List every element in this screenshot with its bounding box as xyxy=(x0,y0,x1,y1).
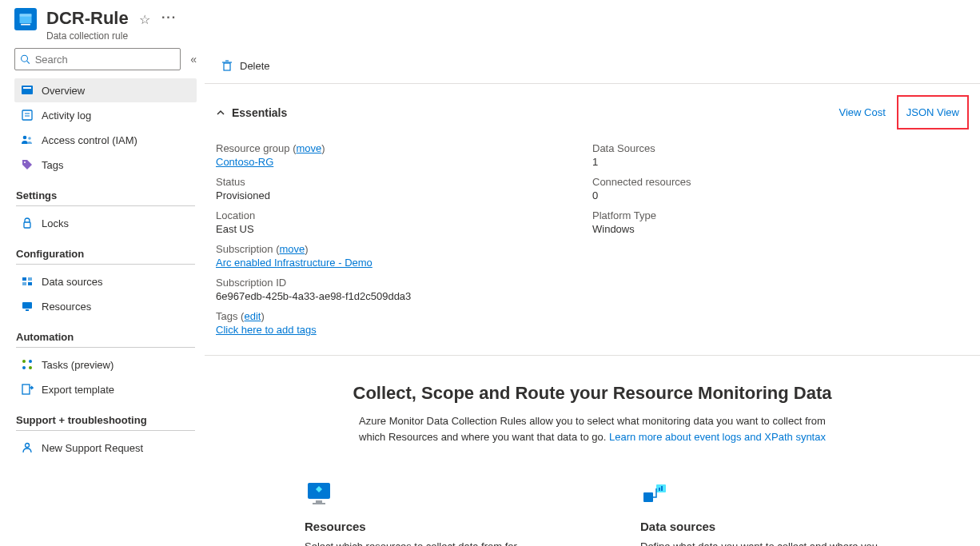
sidebar-item-resources[interactable]: Resources xyxy=(14,294,197,318)
data-sources-card[interactable]: Data sources Define what data you want t… xyxy=(640,480,880,546)
sidebar-item-activity-log[interactable]: Activity log xyxy=(14,103,197,127)
delete-button[interactable]: Delete xyxy=(216,56,275,75)
resources-icon xyxy=(21,300,34,313)
subscription-value-link[interactable]: Arc enabled Infrastructure - Demo xyxy=(216,257,372,269)
svg-point-21 xyxy=(22,366,26,369)
divider xyxy=(16,205,195,206)
connected-resources-value: 0 xyxy=(592,189,969,201)
page-header: DCR-Rule ☆ ··· Data collection rule xyxy=(0,0,980,48)
subscription-label: Subscription (move) xyxy=(216,243,592,255)
resource-icon xyxy=(14,8,37,30)
svg-point-20 xyxy=(29,360,32,363)
sidebar-item-new-support-request[interactable]: New Support Request xyxy=(14,436,197,460)
platform-type-label: Platform Type xyxy=(592,209,969,221)
resources-card[interactable]: Resources Select which resources to coll… xyxy=(305,480,544,546)
sidebar-group-settings: Settings xyxy=(16,189,197,201)
trash-icon xyxy=(221,59,233,72)
favorite-star-icon[interactable]: ☆ xyxy=(139,12,150,27)
view-cost-link[interactable]: View Cost xyxy=(839,106,885,118)
sidebar-item-locks[interactable]: Locks xyxy=(14,211,197,235)
hero-description: Azure Monitor Data Collection Rules allo… xyxy=(345,413,840,444)
page-title: DCR-Rule xyxy=(46,8,129,29)
sidebar-item-tasks[interactable]: Tasks (preview) xyxy=(14,353,197,377)
svg-rect-4 xyxy=(22,86,33,94)
svg-rect-6 xyxy=(22,110,32,120)
subscription-move-link[interactable]: move xyxy=(280,243,305,255)
essentials-label: Essentials xyxy=(232,106,287,119)
svg-rect-32 xyxy=(643,492,653,502)
tags-add-link[interactable]: Click here to add tags xyxy=(216,324,317,336)
hero-section: Collect, Scope and Route your Resource M… xyxy=(205,356,980,460)
more-menu-icon[interactable]: ··· xyxy=(161,10,177,25)
essentials-panel: Resource group (move) Contoso-RG Status … xyxy=(205,134,980,356)
essentials-toggle[interactable]: Essentials xyxy=(216,106,287,119)
svg-rect-5 xyxy=(23,87,31,89)
sidebar-item-label: New Support Request xyxy=(42,442,143,454)
data-sources-label: Data Sources xyxy=(592,142,969,154)
sidebar-item-label: Overview xyxy=(42,85,85,97)
resources-card-desc: Select which resources to collect data f… xyxy=(305,540,544,546)
data-sources-card-title: Data sources xyxy=(640,520,880,533)
hero-title: Collect, Scope and Route your Resource M… xyxy=(253,383,932,404)
tags-icon xyxy=(21,158,34,171)
export-template-icon xyxy=(21,383,34,396)
tags-label: Tags (edit) xyxy=(216,310,592,322)
platform-type-value: Windows xyxy=(592,223,969,235)
sidebar-item-access-control[interactable]: Access control (IAM) xyxy=(14,128,197,152)
svg-rect-1 xyxy=(20,14,32,16)
resource-group-value-link[interactable]: Contoso-RG xyxy=(216,156,273,168)
sidebar-item-export-template[interactable]: Export template xyxy=(14,377,197,401)
overview-icon xyxy=(21,84,34,97)
svg-rect-34 xyxy=(659,488,660,491)
sidebar-search[interactable] xyxy=(14,48,181,70)
svg-point-9 xyxy=(23,136,27,140)
sidebar-group-configuration: Configuration xyxy=(16,248,197,260)
svg-point-10 xyxy=(28,137,31,140)
sidebar-item-overview[interactable]: Overview xyxy=(14,78,197,102)
sidebar-item-data-sources[interactable]: Data sources xyxy=(14,269,197,293)
access-control-icon xyxy=(21,134,34,146)
divider xyxy=(16,347,195,348)
divider xyxy=(16,264,195,265)
data-sources-icon xyxy=(21,275,34,288)
json-view-link[interactable]: JSON View xyxy=(906,106,959,118)
resource-group-move-link[interactable]: move xyxy=(296,142,321,154)
svg-rect-17 xyxy=(22,302,32,309)
svg-line-3 xyxy=(27,61,30,63)
svg-point-24 xyxy=(26,444,30,448)
sidebar-group-automation: Automation xyxy=(16,331,197,343)
svg-rect-12 xyxy=(24,222,30,228)
sidebar-item-label: Access control (IAM) xyxy=(42,134,137,146)
activity-log-icon xyxy=(21,109,34,122)
monitor-icon xyxy=(305,480,333,508)
location-value: East US xyxy=(216,223,592,235)
svg-point-22 xyxy=(29,366,32,369)
sidebar-item-label: Data sources xyxy=(42,276,103,288)
sidebar-item-tags[interactable]: Tags xyxy=(14,153,197,177)
subscription-id-value: 6e967edb-425b-4a33-ae98-f1d2c509dda3 xyxy=(216,290,592,302)
lock-icon xyxy=(21,217,34,229)
page-subtitle: Data collection rule xyxy=(46,30,177,42)
location-label: Location xyxy=(216,209,592,221)
svg-rect-15 xyxy=(22,282,26,285)
search-input[interactable] xyxy=(35,54,176,66)
resources-card-title: Resources xyxy=(305,520,544,533)
data-sources-card-desc: Define what data you want to collect and… xyxy=(640,540,880,546)
tasks-icon xyxy=(21,358,34,371)
status-value: Provisioned xyxy=(216,189,592,201)
subscription-id-label: Subscription ID xyxy=(216,277,592,289)
svg-rect-16 xyxy=(28,282,32,285)
tags-edit-link[interactable]: edit xyxy=(244,310,261,322)
svg-rect-14 xyxy=(28,277,32,281)
connected-resources-label: Connected resources xyxy=(592,176,969,188)
collapse-sidebar-icon[interactable]: « xyxy=(190,53,197,66)
delete-label: Delete xyxy=(240,60,270,72)
sidebar-item-label: Tags xyxy=(42,159,63,171)
status-label: Status xyxy=(216,176,592,188)
svg-point-19 xyxy=(22,360,26,363)
resource-group-label: Resource group (move) xyxy=(216,142,592,154)
json-view-highlight: JSON View xyxy=(897,95,969,130)
divider xyxy=(16,430,195,431)
data-sources-value: 1 xyxy=(592,156,969,168)
learn-more-link[interactable]: Learn more about event logs and XPath sy… xyxy=(609,431,826,443)
